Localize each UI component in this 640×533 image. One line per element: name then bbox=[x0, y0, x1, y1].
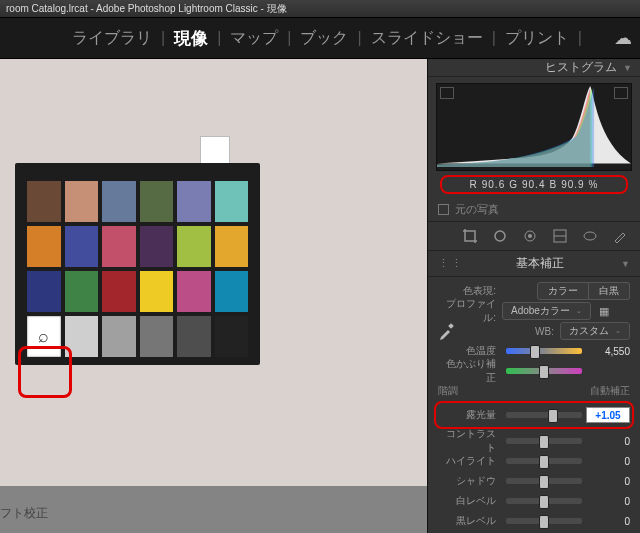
tone-label: 階調 bbox=[438, 384, 458, 398]
histogram[interactable] bbox=[436, 83, 632, 171]
color-swatch bbox=[140, 226, 174, 267]
auto-tone[interactable]: 自動補正 bbox=[590, 384, 630, 398]
histogram-header[interactable]: ヒストグラム▼ bbox=[428, 59, 640, 77]
exposure-highlight: 露光量 +1.05 bbox=[434, 401, 634, 429]
rgb-readout: R90.6 G90.4 B90.9% bbox=[440, 175, 628, 194]
contrast-row[interactable]: コントラスト 0 bbox=[438, 431, 630, 451]
color-swatch bbox=[27, 181, 61, 222]
image-viewer[interactable]: ⌕ フト校正 bbox=[0, 59, 427, 533]
photo-canvas: ⌕ bbox=[0, 59, 427, 486]
color-swatch bbox=[27, 271, 61, 312]
color-checker-chart: ⌕ bbox=[15, 163, 260, 365]
loupe-icon: ⌕ bbox=[27, 316, 61, 357]
original-photo-toggle[interactable]: 元の写真 bbox=[428, 198, 640, 222]
color-swatch bbox=[65, 316, 99, 357]
basic-header[interactable]: ⋮⋮ 基本補正 ▼ bbox=[428, 251, 640, 277]
profile-browser-icon[interactable]: ▦ bbox=[599, 305, 609, 318]
color-swatch bbox=[102, 181, 136, 222]
color-swatch bbox=[215, 226, 249, 267]
color-swatch bbox=[177, 226, 211, 267]
svg-rect-5 bbox=[448, 323, 454, 329]
color-swatch bbox=[65, 181, 99, 222]
shadows-row[interactable]: シャドウ 0 bbox=[438, 471, 630, 491]
viewer-toolbar: フト校正 bbox=[0, 486, 427, 533]
brush-icon[interactable] bbox=[612, 228, 628, 244]
crop-icon[interactable] bbox=[462, 228, 478, 244]
whites-row[interactable]: 白レベル 0 bbox=[438, 491, 630, 511]
color-swatch bbox=[65, 226, 99, 267]
blacks-row[interactable]: 黒レベル 0 bbox=[438, 511, 630, 531]
color-swatch bbox=[177, 271, 211, 312]
color-swatch bbox=[177, 316, 211, 357]
exposure-value[interactable]: +1.05 bbox=[586, 407, 630, 423]
spot-icon[interactable] bbox=[492, 228, 508, 244]
color-swatch bbox=[215, 271, 249, 312]
wb-dropdown[interactable]: カスタム⌄ bbox=[560, 322, 630, 340]
local-tools bbox=[428, 222, 640, 251]
color-swatch bbox=[102, 226, 136, 267]
redeye-icon[interactable] bbox=[522, 228, 538, 244]
treatment-bw[interactable]: 白黒 bbox=[589, 282, 630, 300]
highlights-row[interactable]: ハイライト 0 bbox=[438, 451, 630, 471]
cloud-icon[interactable]: ☁ bbox=[614, 27, 632, 49]
eyedropper-icon[interactable] bbox=[438, 322, 456, 340]
soft-proof-label: フト校正 bbox=[0, 505, 48, 522]
gradient-icon[interactable] bbox=[552, 228, 568, 244]
title-bar: room Catalog.lrcat - Adobe Photoshop Lig… bbox=[0, 0, 640, 18]
treatment-color[interactable]: カラー bbox=[537, 282, 589, 300]
color-swatch bbox=[215, 316, 249, 357]
module-library[interactable]: ライブラリ bbox=[70, 28, 154, 49]
color-swatch bbox=[102, 316, 136, 357]
color-swatch bbox=[102, 271, 136, 312]
radial-icon[interactable] bbox=[582, 228, 598, 244]
color-swatch bbox=[215, 181, 249, 222]
tint-row[interactable]: 色かぶり補正 bbox=[438, 361, 630, 381]
color-swatch bbox=[27, 226, 61, 267]
color-swatch bbox=[140, 181, 174, 222]
profile-row: プロファイル: Adobeカラー⌄ ▦ bbox=[438, 301, 630, 321]
module-map[interactable]: マップ bbox=[228, 28, 280, 49]
color-swatch bbox=[177, 181, 211, 222]
color-swatch bbox=[65, 271, 99, 312]
module-print[interactable]: プリント bbox=[503, 28, 571, 49]
color-swatch bbox=[140, 271, 174, 312]
module-picker: ライブラリ| 現像| マップ| ブック| スライドショー| プリント| ☁ bbox=[0, 18, 640, 59]
panel-menu-icon[interactable]: ⋮⋮ bbox=[438, 257, 464, 270]
module-book[interactable]: ブック bbox=[298, 28, 350, 49]
app-window: room Catalog.lrcat - Adobe Photoshop Lig… bbox=[0, 0, 640, 533]
svg-point-2 bbox=[528, 234, 532, 238]
color-swatch bbox=[140, 316, 174, 357]
svg-point-0 bbox=[495, 231, 505, 241]
svg-point-4 bbox=[584, 232, 596, 240]
module-develop[interactable]: 現像 bbox=[172, 27, 210, 50]
module-slideshow[interactable]: スライドショー bbox=[369, 28, 485, 49]
exposure-row[interactable]: 露光量 +1.05 bbox=[438, 405, 630, 425]
profile-dropdown[interactable]: Adobeカラー⌄ bbox=[502, 302, 591, 320]
develop-panel: ヒストグラム▼ R90.6 G90.4 B90.9% bbox=[427, 59, 640, 533]
